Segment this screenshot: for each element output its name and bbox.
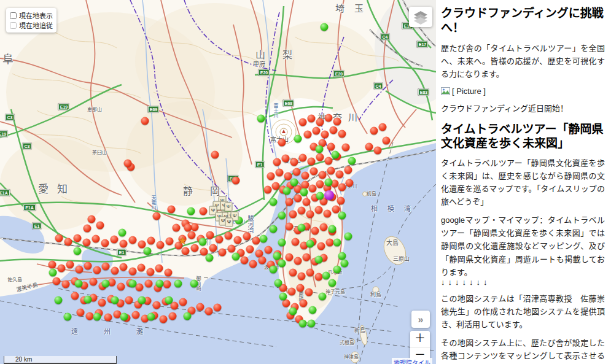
red-map-marker[interactable] [157,241,165,249]
red-map-marker[interactable] [76,266,84,274]
red-map-marker[interactable] [308,115,316,123]
red-map-marker[interactable] [197,303,204,311]
red-map-marker[interactable] [286,198,294,206]
green-map-marker[interactable] [260,235,268,243]
red-map-marker[interactable] [246,246,254,254]
green-map-marker[interactable] [279,293,287,301]
red-map-marker[interactable] [289,211,297,219]
green-map-marker[interactable] [298,224,306,232]
red-map-marker[interactable] [232,177,240,185]
red-map-marker[interactable] [303,198,311,206]
red-map-marker[interactable] [315,206,323,214]
red-map-marker[interactable] [342,144,350,152]
red-map-marker[interactable] [84,225,91,233]
red-map-marker[interactable] [370,127,378,135]
red-map-marker[interactable] [313,127,321,135]
red-map-marker[interactable] [297,284,305,292]
green-map-marker[interactable] [299,320,307,328]
green-map-marker[interactable] [325,179,333,187]
green-map-marker[interactable] [309,306,317,314]
red-map-marker[interactable] [88,215,96,223]
map-canvas[interactable]: 阜愛知静岡山梨埼玉神奈川甲府恵那山茶臼山富士山愛鷹山天城山相模湾遠州灘駿河湾大島… [0,0,436,364]
red-map-marker[interactable] [96,222,104,230]
red-map-marker[interactable] [286,254,294,261]
red-map-marker[interactable] [325,157,333,165]
red-map-marker[interactable] [71,292,79,300]
green-map-marker[interactable] [147,313,155,321]
red-map-marker[interactable] [153,301,161,309]
green-map-marker[interactable] [338,212,346,220]
red-map-marker[interactable] [383,137,391,145]
red-map-marker[interactable] [141,117,149,125]
red-map-marker[interactable] [319,171,327,179]
red-map-marker[interactable] [90,278,98,286]
layers-button[interactable] [409,7,432,27]
red-map-marker[interactable] [145,280,153,288]
green-map-marker[interactable] [64,313,72,321]
red-map-marker[interactable] [299,154,307,162]
sidebar-collapse-button[interactable]: » [411,311,430,328]
green-map-marker[interactable] [120,313,128,321]
red-map-marker[interactable] [264,186,272,194]
green-map-marker[interactable] [319,293,327,301]
red-map-marker[interactable] [136,284,144,292]
red-map-marker[interactable] [53,277,61,285]
red-map-marker[interactable] [294,257,302,265]
red-map-marker[interactable] [92,235,100,243]
show-current-location-checkbox[interactable] [10,12,17,19]
red-map-marker[interactable] [93,266,101,274]
red-map-marker[interactable] [298,273,306,281]
green-map-marker[interactable] [270,198,278,206]
red-map-marker[interactable] [182,247,190,255]
green-map-marker[interactable] [316,145,324,153]
green-map-marker[interactable] [206,254,214,262]
green-map-marker[interactable] [289,308,297,316]
red-map-marker[interactable] [316,118,324,126]
green-map-marker[interactable] [278,239,286,247]
green-map-marker[interactable] [333,266,341,274]
red-map-marker[interactable] [241,257,249,265]
green-map-marker[interactable] [332,151,340,159]
red-map-marker[interactable] [168,206,176,214]
red-map-marker[interactable] [336,171,344,179]
green-map-marker[interactable] [329,279,337,287]
red-map-marker[interactable] [302,172,309,180]
red-map-marker[interactable] [147,268,155,276]
red-map-marker[interactable] [77,309,85,317]
green-map-marker[interactable] [257,115,265,123]
red-map-marker[interactable] [338,130,346,138]
green-map-marker[interactable] [156,280,164,288]
red-map-marker[interactable] [124,160,132,168]
red-map-marker[interactable] [173,224,181,232]
red-map-marker[interactable] [216,236,224,244]
red-map-marker[interactable] [83,239,91,247]
green-map-marker[interactable] [344,233,352,241]
red-map-marker[interactable] [160,316,168,323]
green-map-marker[interactable] [283,187,291,195]
green-map-marker[interactable] [190,280,198,288]
red-map-marker[interactable] [165,269,173,277]
red-map-marker[interactable] [66,261,74,269]
red-map-marker[interactable] [102,263,110,271]
red-map-marker[interactable] [330,126,338,134]
red-map-marker[interactable] [147,237,155,245]
red-map-marker[interactable] [132,311,140,319]
green-map-marker[interactable] [75,280,83,288]
restaurant-poi-icon[interactable] [225,203,233,212]
red-map-marker[interactable] [219,249,227,257]
green-map-marker[interactable] [129,280,137,288]
green-map-marker[interactable] [274,279,282,287]
red-map-marker[interactable] [315,273,323,281]
red-map-marker[interactable] [286,223,294,231]
green-map-marker[interactable] [308,320,316,328]
red-map-marker[interactable] [111,267,119,275]
red-map-marker[interactable] [259,257,267,265]
red-map-marker[interactable] [209,244,217,252]
red-map-marker[interactable] [184,224,192,232]
red-map-marker[interactable] [379,123,387,131]
red-map-marker[interactable] [288,288,296,296]
red-map-marker[interactable] [309,185,317,193]
red-map-marker[interactable] [338,184,346,192]
red-map-marker[interactable] [125,296,133,304]
red-map-marker[interactable] [374,147,382,155]
